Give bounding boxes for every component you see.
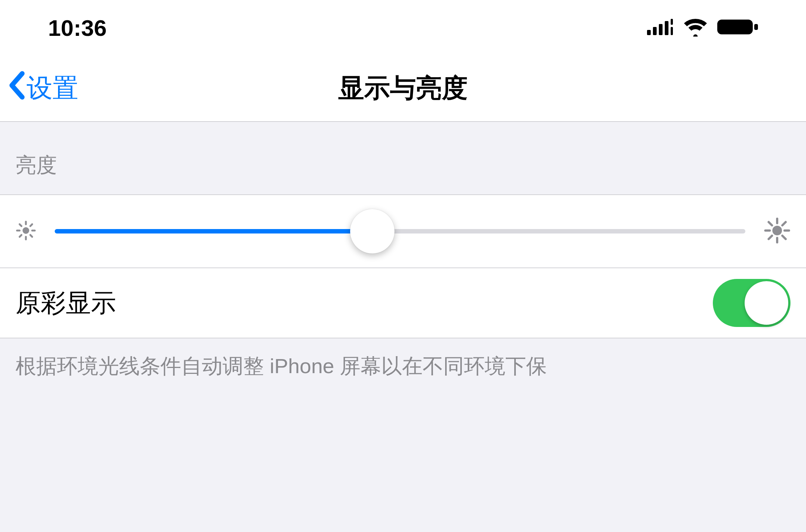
svg-line-23 — [782, 236, 786, 239]
battery-icon — [717, 18, 758, 37]
svg-rect-5 — [671, 27, 673, 35]
back-label: 设置 — [27, 71, 78, 106]
nav-bar: 设置 显示与亮度 — [0, 55, 806, 122]
toggle-knob — [745, 281, 788, 325]
svg-rect-6 — [717, 20, 753, 34]
brightness-low-icon — [16, 220, 36, 242]
svg-rect-3 — [665, 21, 668, 35]
slider-fill — [55, 229, 372, 233]
svg-line-24 — [769, 236, 772, 239]
brightness-slider[interactable] — [55, 209, 745, 253]
chevron-left-icon — [7, 71, 27, 106]
true-tone-toggle[interactable] — [713, 279, 790, 327]
svg-line-22 — [769, 222, 772, 225]
svg-line-15 — [20, 235, 21, 237]
svg-rect-4 — [671, 19, 673, 25]
svg-point-17 — [772, 226, 782, 235]
svg-line-25 — [782, 222, 786, 225]
svg-rect-2 — [659, 24, 663, 35]
svg-rect-7 — [754, 24, 758, 30]
true-tone-footer: 根据环境光线条件自动调整 iPhone 屏幕以在不同环境下保 — [0, 338, 806, 395]
status-indicators — [647, 17, 758, 38]
svg-point-8 — [23, 227, 29, 234]
status-bar: 10:36 — [0, 0, 806, 55]
back-button[interactable]: 设置 — [7, 71, 78, 106]
wifi-icon — [683, 17, 708, 38]
status-time: 10:36 — [48, 15, 107, 41]
page-title: 显示与亮度 — [338, 71, 468, 106]
slider-thumb[interactable] — [350, 209, 394, 253]
true-tone-row: 原彩显示 — [0, 268, 806, 338]
brightness-slider-row — [0, 194, 806, 268]
brightness-section-header: 亮度 — [0, 122, 806, 194]
svg-line-14 — [30, 235, 32, 237]
svg-line-16 — [30, 224, 32, 226]
brightness-high-icon — [764, 217, 790, 245]
cellular-icon — [647, 19, 674, 37]
true-tone-label: 原彩显示 — [16, 286, 116, 320]
svg-rect-0 — [647, 30, 651, 35]
svg-rect-1 — [653, 27, 657, 35]
svg-line-13 — [20, 224, 21, 226]
